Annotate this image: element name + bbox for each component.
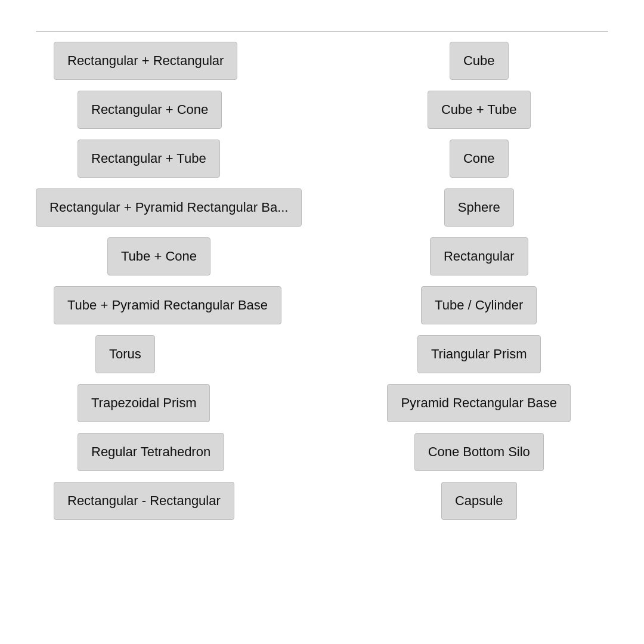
main-grid: Rectangular + RectangularRectangular + C…	[36, 42, 608, 632]
right-item-9[interactable]: Capsule	[441, 482, 517, 520]
left-item-7[interactable]: Trapezoidal Prism	[78, 384, 210, 422]
left-item-2[interactable]: Rectangular + Tube	[78, 140, 220, 178]
right-item-2[interactable]: Cone	[450, 140, 509, 178]
left-item-8[interactable]: Regular Tetrahedron	[78, 433, 224, 471]
right-item-8[interactable]: Cone Bottom Silo	[414, 433, 544, 471]
right-item-7[interactable]: Pyramid Rectangular Base	[387, 384, 571, 422]
right-item-6[interactable]: Triangular Prism	[417, 335, 541, 373]
left-item-6[interactable]: Torus	[95, 335, 155, 373]
right-item-1[interactable]: Cube + Tube	[428, 91, 531, 129]
left-item-3[interactable]: Rectangular + Pyramid Rectangular Ba...	[36, 188, 302, 227]
top-divider	[36, 31, 608, 32]
right-item-4[interactable]: Rectangular	[430, 237, 528, 275]
left-item-9[interactable]: Rectangular - Rectangular	[54, 482, 234, 520]
right-item-3[interactable]: Sphere	[444, 188, 514, 227]
left-item-0[interactable]: Rectangular + Rectangular	[54, 42, 237, 80]
left-item-5[interactable]: Tube + Pyramid Rectangular Base	[54, 286, 281, 324]
left-item-4[interactable]: Tube + Cone	[107, 237, 210, 275]
right-item-0[interactable]: Cube	[450, 42, 509, 80]
left-column: Rectangular + RectangularRectangular + C…	[36, 42, 302, 531]
left-item-1[interactable]: Rectangular + Cone	[78, 91, 222, 129]
right-column: CubeCube + TubeConeSphereRectangularTube…	[349, 42, 608, 531]
right-item-5[interactable]: Tube / Cylinder	[421, 286, 537, 324]
